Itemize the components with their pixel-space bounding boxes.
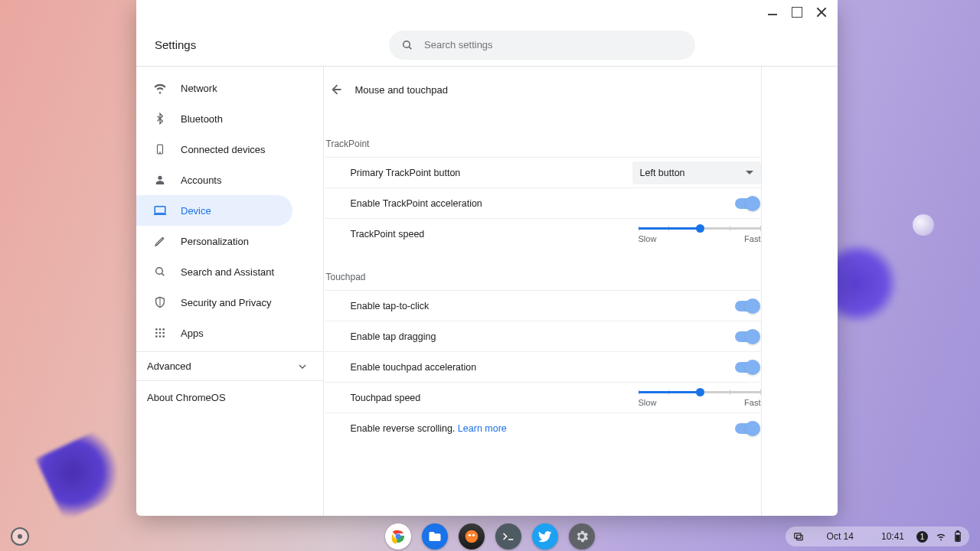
wallpaper-decoration bbox=[913, 214, 934, 236]
search-icon bbox=[401, 39, 413, 51]
svg-point-17 bbox=[162, 335, 165, 337]
desktop-wallpaper: Settings Network Bluetooth bbox=[0, 0, 980, 551]
svg-point-9 bbox=[155, 328, 158, 331]
learn-more-link[interactable]: Learn more bbox=[458, 423, 507, 434]
setting-label: Enable tap dragging bbox=[351, 331, 436, 342]
laptop-icon bbox=[153, 204, 167, 217]
maximize-button[interactable] bbox=[792, 7, 802, 18]
sidebar-item-device[interactable]: Device bbox=[136, 195, 292, 226]
phone-icon bbox=[153, 142, 167, 156]
tap-to-click-toggle[interactable] bbox=[735, 301, 758, 311]
setting-label: Touchpad speed bbox=[351, 393, 421, 403]
trackpoint-accel-toggle[interactable] bbox=[735, 198, 758, 209]
svg-point-15 bbox=[155, 335, 158, 337]
sidebar-advanced[interactable]: Advanced bbox=[136, 351, 323, 380]
sidebar-item-accounts[interactable]: Accounts bbox=[136, 165, 292, 195]
sidebar-item-security[interactable]: Security and Privacy bbox=[136, 287, 292, 318]
app-title: Settings bbox=[155, 38, 384, 51]
svg-point-0 bbox=[403, 41, 410, 47]
svg-rect-27 bbox=[957, 531, 959, 533]
svg-point-4 bbox=[158, 176, 162, 180]
svg-point-23 bbox=[472, 534, 475, 536]
close-button[interactable] bbox=[816, 7, 827, 18]
row-touchpad-speed: Touchpad speed Slow Fast bbox=[325, 382, 761, 412]
sidebar-about[interactable]: About ChromeOS bbox=[136, 380, 323, 414]
svg-point-20 bbox=[397, 535, 400, 539]
row-primary-trackpoint-button: Primary TrackPoint button Left button bbox=[325, 157, 761, 187]
app-icon-3[interactable] bbox=[459, 523, 485, 549]
shelf-apps bbox=[385, 523, 595, 549]
svg-point-10 bbox=[159, 328, 162, 331]
setting-label: Primary TrackPoint button bbox=[351, 168, 461, 178]
sidebar-item-network[interactable]: Network bbox=[136, 73, 292, 103]
chevron-down-icon bbox=[299, 364, 306, 369]
sidebar-item-label: Personalization bbox=[181, 236, 249, 247]
touchpad-speed-slider[interactable] bbox=[639, 391, 761, 393]
search-icon bbox=[153, 265, 167, 279]
shield-icon bbox=[153, 295, 167, 309]
setting-label: Enable touchpad acceleration bbox=[351, 362, 477, 373]
status-tray[interactable]: Oct 14 10:41 1 bbox=[786, 527, 969, 546]
svg-point-12 bbox=[155, 332, 158, 334]
settings-window: Settings Network Bluetooth bbox=[136, 0, 838, 516]
launcher-button[interactable] bbox=[11, 527, 29, 546]
sidebar-item-personalization[interactable]: Personalization bbox=[136, 226, 292, 256]
svg-rect-28 bbox=[956, 535, 959, 540]
touchpad-accel-toggle[interactable] bbox=[735, 362, 758, 373]
back-button[interactable] bbox=[328, 82, 343, 97]
sidebar-item-label: Apps bbox=[181, 328, 204, 339]
sidebar-item-label: Security and Privacy bbox=[181, 297, 272, 308]
trackpoint-speed-slider[interactable] bbox=[639, 227, 761, 230]
tap-dragging-toggle[interactable] bbox=[735, 331, 758, 342]
right-gutter bbox=[761, 67, 838, 516]
row-touchpad-accel: Enable touchpad acceleration bbox=[325, 351, 761, 382]
row-tap-dragging: Enable tap dragging bbox=[325, 321, 761, 351]
twitter-app-icon[interactable] bbox=[532, 523, 558, 549]
main-content: Mouse and touchpad TrackPoint Primary Tr… bbox=[324, 67, 761, 516]
primary-button-dropdown[interactable]: Left button bbox=[632, 161, 761, 184]
svg-point-14 bbox=[162, 332, 165, 334]
svg-point-21 bbox=[466, 530, 479, 543]
slider-fast-label: Fast bbox=[744, 398, 760, 407]
page-title: Mouse and touchpad bbox=[355, 84, 448, 96]
shelf: Oct 14 10:41 1 bbox=[0, 522, 980, 551]
setting-label: Enable reverse scrolling. Learn more bbox=[351, 423, 507, 434]
reverse-scrolling-toggle[interactable] bbox=[735, 423, 758, 434]
sidebar-item-label: Accounts bbox=[181, 174, 221, 186]
window-titlebar bbox=[136, 0, 838, 24]
overview-icon[interactable] bbox=[793, 531, 804, 542]
svg-point-11 bbox=[162, 328, 165, 331]
sidebar-item-connected[interactable]: Connected devices bbox=[136, 134, 292, 165]
svg-rect-24 bbox=[794, 533, 800, 538]
slider-slow-label: Slow bbox=[639, 398, 657, 407]
notification-badge[interactable]: 1 bbox=[916, 531, 928, 543]
tray-date: Oct 14 bbox=[822, 530, 858, 543]
settings-app-icon[interactable] bbox=[569, 523, 595, 549]
search-input[interactable] bbox=[424, 39, 683, 51]
row-trackpoint-speed: TrackPoint speed Slow Fast bbox=[325, 218, 761, 249]
terminal-app-icon[interactable] bbox=[495, 523, 521, 549]
sidebar-item-bluetooth[interactable]: Bluetooth bbox=[136, 103, 292, 134]
svg-point-7 bbox=[156, 268, 163, 275]
caret-down-icon bbox=[746, 171, 753, 174]
row-trackpoint-accel: Enable TrackPoint acceleration bbox=[325, 187, 761, 218]
search-box[interactable] bbox=[389, 31, 695, 60]
minimize-button[interactable] bbox=[767, 7, 778, 18]
setting-label: Enable tap-to-click bbox=[351, 301, 430, 311]
sidebar-item-apps[interactable]: Apps bbox=[136, 318, 292, 348]
dropdown-value: Left button bbox=[640, 168, 685, 178]
chrome-app-icon[interactable] bbox=[385, 523, 411, 549]
sidebar-item-search-assistant[interactable]: Search and Assistant bbox=[136, 256, 292, 287]
wallpaper-decoration bbox=[36, 420, 149, 521]
row-tap-to-click: Enable tap-to-click bbox=[325, 290, 761, 321]
bluetooth-icon bbox=[153, 112, 167, 126]
settings-header: Settings bbox=[136, 24, 838, 66]
pencil-icon bbox=[153, 234, 167, 248]
sidebar-item-label: Bluetooth bbox=[181, 113, 223, 125]
svg-rect-5 bbox=[155, 207, 165, 214]
setting-label: TrackPoint speed bbox=[351, 229, 425, 240]
files-app-icon[interactable] bbox=[422, 523, 448, 549]
setting-label: Enable TrackPoint acceleration bbox=[351, 198, 482, 209]
wifi-icon bbox=[153, 81, 167, 95]
svg-line-8 bbox=[162, 273, 164, 276]
